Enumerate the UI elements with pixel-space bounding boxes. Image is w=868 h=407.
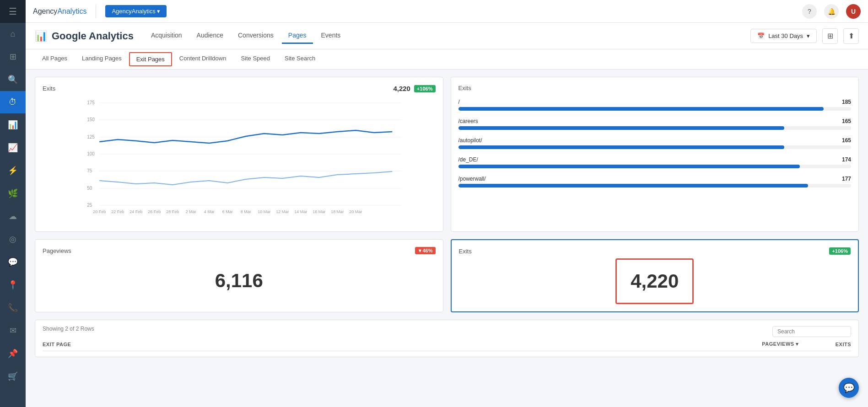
exits-metric-wrapper: 4,220	[459, 258, 851, 304]
bar-row-autopilot-header: /autopilot/ 165	[458, 137, 852, 144]
exits-bar-title: Exits	[458, 85, 471, 91]
sub-tab-content-drilldown[interactable]: Content Drilldown	[172, 49, 234, 69]
tab-acquisition[interactable]: Acquisition	[145, 28, 189, 44]
sidebar-item-search[interactable]: 🔍	[0, 68, 26, 91]
page-header-right: 📅 Last 30 Days ▾ ⊞ ⬆	[750, 28, 859, 44]
exits-line-card-header: Exits 4,220 +106%	[43, 85, 436, 92]
table-showing-text: Showing 2 of 2 Rows	[43, 326, 94, 332]
svg-text:12 Mar: 12 Mar	[276, 209, 289, 214]
bar-row-careers-header: /careers 165	[458, 118, 852, 124]
sidebar-item-chartup[interactable]: 📈	[0, 136, 26, 159]
exits-metric-card-header: Exits +106%	[459, 247, 851, 255]
sidebar-item-pin[interactable]: 📍	[0, 273, 26, 296]
bar-fill-slash	[458, 107, 824, 111]
page-header-left: 📊 Google Analytics Acquisition Audience …	[35, 28, 347, 44]
svg-text:100: 100	[87, 151, 95, 156]
sidebar-item-clock[interactable]: ⏱	[0, 91, 26, 113]
sidebar-item-location[interactable]: 📌	[0, 342, 26, 365]
sub-tab-landing-pages[interactable]: Landing Pages	[75, 49, 129, 69]
sidebar-item-barchart[interactable]: 📊	[0, 113, 26, 136]
agency-analytics-button[interactable]: AgencyAnalytics ▾	[105, 5, 167, 17]
sidebar-item-phone[interactable]: 📞	[0, 296, 26, 319]
tab-pages[interactable]: Pages	[282, 28, 313, 44]
calendar-icon: 📅	[757, 32, 765, 39]
exits-metric-card: Exits +106% 4,220	[451, 239, 859, 312]
nav-tabs: Acquisition Audience Conversions Pages E…	[145, 28, 347, 44]
bar-count-dede: 174	[842, 156, 851, 163]
page-header: 📊 Google Analytics Acquisition Audience …	[26, 23, 868, 49]
svg-text:8 Mar: 8 Mar	[241, 209, 251, 214]
bar-row-powerwall-header: /powerwall/ 177	[458, 176, 852, 182]
svg-text:25: 25	[87, 203, 92, 208]
svg-text:22 Feb: 22 Feb	[111, 209, 124, 214]
col-exit-page-label: EXIT PAGE	[43, 342, 71, 347]
logo-agency: Agency	[33, 7, 57, 15]
bar-fill-careers	[458, 126, 785, 130]
dashboard: Exits 4,220 +106% 175 150 125 100 75 50	[26, 70, 868, 407]
bottom-row-cards: Pageviews ▼46% 6,116 Exits +106% 4,220	[35, 239, 859, 312]
bar-track-careers	[458, 126, 852, 130]
bar-label-autopilot: /autopilot/	[458, 137, 482, 144]
tab-conversions[interactable]: Conversions	[232, 28, 280, 44]
bar-count-careers: 165	[842, 118, 851, 124]
exits-bar-chart-card: Exits / 185 /careers	[451, 77, 859, 232]
pageviews-badge: ▼46%	[415, 247, 436, 254]
chevron-down-icon: ▾	[807, 32, 810, 39]
bar-label-powerwall: /powerwall/	[458, 176, 486, 182]
sidebar-item-cart[interactable]: 🛒	[0, 365, 26, 388]
sub-tab-all-pages[interactable]: All Pages	[35, 49, 75, 69]
bar-row-slash: / 185	[458, 99, 852, 111]
svg-text:10 Mar: 10 Mar	[258, 209, 270, 214]
bar-row-autopilot: /autopilot/ 165	[458, 137, 852, 149]
topbar-right: ? 🔔 U	[802, 4, 861, 19]
sidebar-item-home[interactable]: ⌂	[0, 23, 26, 45]
sidebar-item-chat[interactable]: 💬	[0, 251, 26, 273]
pageviews-value: 6,116	[43, 258, 436, 304]
sub-tab-exit-pages[interactable]: Exit Pages	[129, 52, 172, 66]
columns-icon-button[interactable]: ⊞	[822, 28, 838, 44]
table-header-row: EXIT PAGE PAGEVIEWS ▾ EXITS	[43, 341, 851, 351]
sidebar-item-circle[interactable]: ◎	[0, 228, 26, 251]
col-header-pageviews[interactable]: PAGEVIEWS ▾	[762, 341, 798, 347]
col-header-exits[interactable]: EXITS	[836, 341, 851, 347]
sidebar-item-mail[interactable]: ✉	[0, 319, 26, 342]
logo-divider	[96, 5, 96, 18]
svg-text:24 Feb: 24 Feb	[129, 209, 142, 214]
exits-line-value: 4,220	[393, 85, 410, 92]
logo: AgencyAnalytics	[33, 7, 86, 16]
tab-events[interactable]: Events	[315, 28, 347, 44]
table-search-input[interactable]	[772, 326, 851, 337]
exits-line-chart-container: 175 150 125 100 75 50 25	[43, 96, 436, 224]
sidebar-item-leaf[interactable]: 🌿	[0, 182, 26, 205]
help-icon[interactable]: ?	[802, 4, 817, 19]
pageviews-title: Pageviews	[43, 247, 71, 254]
sidebar-item-grid[interactable]: ⊞	[0, 45, 26, 68]
bar-label-dede: /de_DE/	[458, 156, 478, 163]
tab-audience[interactable]: Audience	[190, 28, 230, 44]
svg-text:125: 125	[87, 134, 95, 139]
pageviews-card: Pageviews ▼46% 6,116	[35, 239, 443, 312]
exits-metric-value: 4,220	[615, 258, 694, 304]
chat-bubble-button[interactable]: 💬	[839, 378, 859, 398]
topbar: AgencyAnalytics AgencyAnalytics ▾ ? 🔔 U	[26, 0, 868, 23]
avatar[interactable]: U	[846, 4, 861, 19]
sidebar-item-bolt[interactable]: ⚡	[0, 159, 26, 182]
sidebar-item-cloud[interactable]: ☁	[0, 205, 26, 228]
sub-tab-site-search[interactable]: Site Search	[277, 49, 323, 69]
sidebar: ☰ ⌂ ⊞ 🔍 ⏱ 📊 📈 ⚡ 🌿 ☁ ◎ 💬 📍 📞 ✉ 📌 🛒	[0, 0, 26, 407]
exits-line-title: Exits	[43, 85, 55, 92]
sub-tab-site-speed[interactable]: Site Speed	[233, 49, 277, 69]
date-picker-button[interactable]: 📅 Last 30 Days ▾	[750, 29, 817, 43]
bar-row-dede-header: /de_DE/ 174	[458, 156, 852, 163]
logo-analytics: Analytics	[57, 7, 86, 15]
bar-row-careers: /careers 165	[458, 118, 852, 130]
notification-icon[interactable]: 🔔	[824, 4, 839, 19]
col-header-exit-page[interactable]: EXIT PAGE	[43, 342, 71, 347]
exits-line-chart-card: Exits 4,220 +106% 175 150 125 100 75 50	[35, 77, 443, 232]
exits-bar-card-header: Exits	[458, 85, 852, 91]
sidebar-menu-icon[interactable]: ☰	[9, 6, 17, 17]
bar-fill-powerwall	[458, 184, 808, 187]
exits-bar-chart: / 185 /careers 165	[458, 95, 852, 198]
share-icon-button[interactable]: ⬆	[843, 28, 859, 44]
svg-text:18 Mar: 18 Mar	[331, 209, 344, 214]
